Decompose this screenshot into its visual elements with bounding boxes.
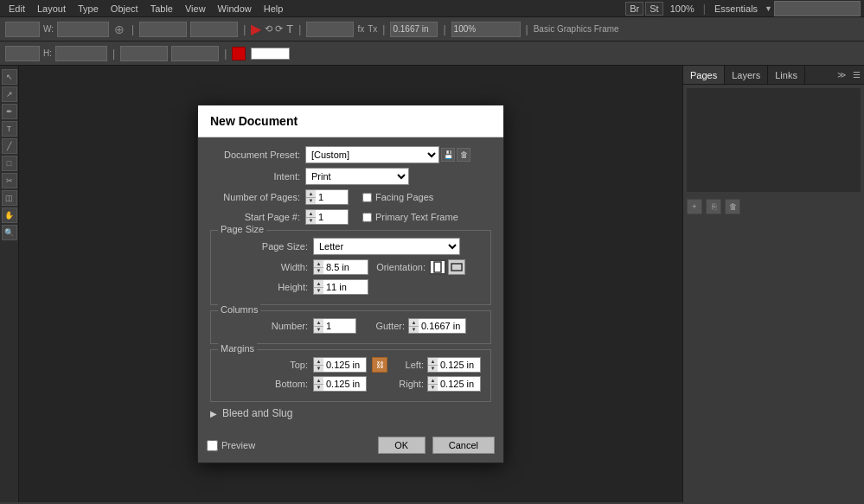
width-input[interactable]	[323, 259, 368, 275]
save-preset-icon[interactable]: 💾	[441, 148, 455, 162]
gutter-up[interactable]: ▲	[409, 319, 419, 327]
preset-row: Document Preset: [Custom] 💾 🗑	[210, 146, 491, 163]
pages-duplicate-icon[interactable]: ⎘	[706, 199, 721, 214]
menu-window[interactable]: Window	[213, 2, 257, 16]
facing-pages-checkbox[interactable]	[362, 193, 372, 202]
height-up[interactable]: ▲	[314, 280, 323, 288]
tool-rect[interactable]: □	[2, 156, 17, 171]
num-pages-down[interactable]: ▼	[306, 198, 316, 205]
gutter-down[interactable]: ▼	[409, 327, 419, 334]
menu-view[interactable]: View	[180, 2, 211, 16]
tool-gradient[interactable]: ◫	[2, 190, 17, 206]
menu-help[interactable]: Help	[259, 2, 289, 16]
right-panel-menu[interactable]: ≫	[834, 70, 849, 80]
pages-row: Number of Pages: ▲ ▼ Facing Pages	[210, 189, 491, 205]
toolbar-2: H: | |	[0, 41, 864, 66]
menu-edit[interactable]: Edit	[3, 2, 30, 16]
margins-top-row: Top: ▲ ▼ ⛓ Left:	[218, 357, 483, 373]
x-label: W:	[43, 24, 54, 34]
pages-delete-icon[interactable]: 🗑	[725, 199, 740, 214]
num-pages-input[interactable]	[316, 189, 349, 205]
toolbar-input-2[interactable]	[139, 22, 187, 37]
toolbar-input-3[interactable]	[190, 22, 238, 37]
width-down[interactable]: ▼	[314, 268, 323, 275]
start-page-down[interactable]: ▼	[306, 218, 316, 225]
toolbar-stroke-input[interactable]	[306, 22, 354, 37]
tool-direct[interactable]: ↗	[2, 86, 17, 102]
width-up[interactable]: ▲	[314, 260, 323, 268]
margins-right-up[interactable]: ▲	[428, 377, 438, 385]
pages-new-icon[interactable]: +	[687, 199, 702, 214]
search-input[interactable]	[774, 1, 861, 16]
margins-right-input[interactable]	[438, 376, 481, 392]
start-page-input[interactable]	[316, 209, 349, 225]
menu-layout[interactable]: Layout	[32, 2, 71, 16]
menu-type[interactable]: Type	[73, 2, 104, 16]
bridge-btn[interactable]: Br	[625, 2, 643, 16]
tool-text[interactable]: T	[2, 121, 17, 137]
tool-zoom[interactable]: 🔍	[2, 225, 17, 240]
tab-pages[interactable]: Pages	[683, 66, 725, 84]
margins-top-up[interactable]: ▲	[314, 358, 323, 366]
delete-preset-icon[interactable]: 🗑	[457, 148, 470, 162]
margins-bottom-down[interactable]: ▼	[314, 385, 323, 392]
preview-group: Preview	[207, 440, 371, 451]
margins-top-down[interactable]: ▼	[314, 366, 323, 373]
toolbar2-input-1[interactable]	[120, 46, 168, 61]
margins-bottom-up[interactable]: ▲	[314, 377, 323, 385]
tool-scissors[interactable]: ✂	[2, 173, 17, 188]
num-pages-label: Number of Pages:	[210, 192, 305, 202]
right-panel-options[interactable]: ☰	[849, 70, 864, 80]
landscape-btn[interactable]	[448, 259, 465, 275]
start-page-up[interactable]: ▲	[306, 210, 316, 218]
preset-label: Document Preset:	[210, 150, 305, 160]
menu-table[interactable]: Table	[145, 2, 178, 16]
columns-input[interactable]	[323, 318, 356, 334]
tab-links[interactable]: Links	[768, 66, 805, 84]
dialog-footer: Preview OK Cancel	[198, 431, 503, 463]
num-pages-up[interactable]: ▲	[306, 190, 316, 198]
margins-right-down[interactable]: ▼	[428, 385, 438, 392]
columns-up[interactable]: ▲	[314, 319, 323, 327]
columns-down[interactable]: ▼	[314, 327, 323, 334]
margins-top-label: Top:	[218, 360, 313, 370]
margins-bottom-input[interactable]	[323, 376, 367, 392]
tool-select[interactable]: ↖	[2, 69, 17, 85]
margins-top-input[interactable]	[323, 357, 367, 373]
menu-object[interactable]: Object	[106, 2, 144, 16]
svg-rect-1	[451, 264, 462, 271]
height-input[interactable]	[323, 279, 368, 295]
toolbar-percent-input[interactable]	[451, 22, 521, 37]
y-field[interactable]	[5, 46, 40, 61]
chain-link-icon[interactable]: ⛓	[372, 357, 387, 373]
x-field[interactable]	[5, 22, 40, 37]
stock-btn[interactable]: St	[645, 2, 662, 16]
ok-button[interactable]: OK	[378, 437, 426, 454]
page-size-select[interactable]: Letter	[313, 238, 460, 255]
margins-left-down[interactable]: ▼	[428, 366, 438, 373]
primary-text-label: Primary Text Frame	[375, 212, 458, 222]
tool-pen[interactable]: ✒	[2, 104, 17, 119]
h-field[interactable]	[55, 46, 107, 61]
toolbar2-input-2[interactable]	[171, 46, 219, 61]
essentials-dropdown[interactable]: Essentials	[709, 2, 763, 16]
tab-layers[interactable]: Layers	[725, 66, 768, 84]
portrait-btn[interactable]	[429, 259, 446, 275]
primary-text-checkbox[interactable]	[362, 213, 372, 222]
tool-line[interactable]: ╱	[2, 138, 17, 154]
start-page-spinbox: ▲ ▼	[305, 209, 349, 225]
margins-left-input[interactable]	[438, 357, 481, 373]
width-spinbox: ▲ ▼	[313, 259, 368, 275]
height-down[interactable]: ▼	[314, 288, 323, 295]
bleed-slug-row[interactable]: ▶ Bleed and Slug	[210, 407, 491, 419]
margins-left-up[interactable]: ▲	[428, 358, 438, 366]
toolbar-1: W: ⊕ | | ▶ ⟲ ⟳ T | fx Tx | | | Basic Gra…	[0, 17, 864, 41]
cancel-button[interactable]: Cancel	[432, 437, 495, 454]
gutter-input[interactable]	[419, 318, 466, 334]
toolbar-right-input[interactable]	[390, 22, 438, 37]
w-field[interactable]	[57, 22, 109, 37]
tool-hand[interactable]: ✋	[2, 207, 17, 223]
preview-checkbox[interactable]	[207, 440, 218, 451]
preset-select[interactable]: [Custom]	[305, 146, 439, 163]
intent-select[interactable]: Print	[305, 168, 409, 185]
